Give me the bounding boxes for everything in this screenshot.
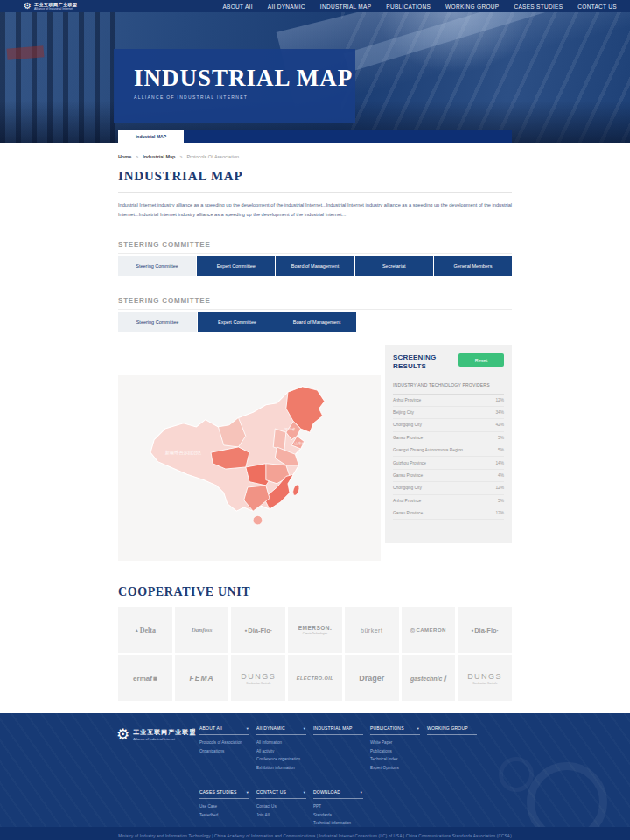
nav-item-publications[interactable]: PUBLICATIONS <box>386 4 430 10</box>
logo-text: Delta <box>140 626 156 634</box>
square-icon: ▦ <box>153 676 158 681</box>
footer-link-conference[interactable]: Conference organization <box>256 757 306 761</box>
reset-button[interactable]: Reset <box>458 354 504 367</box>
footer-col-header[interactable]: INDUSTRIAL MAP <box>313 725 363 735</box>
province-name: Gansu Province <box>393 473 423 478</box>
footer-link-expert-opinions[interactable]: Expert Opinions <box>370 766 420 770</box>
footer-link-organizations[interactable]: Organizations <box>200 749 249 753</box>
hero-tab-row: Industrial MAP <box>118 130 512 143</box>
footer-columns-row2: CASES STUDIES ▼ Use Case Testedbed CONTA… <box>200 789 363 825</box>
committee-tabs-secondary: Steering Committee Expert Committee Boar… <box>118 312 512 332</box>
chevron-down-icon: ▼ <box>246 790 249 794</box>
footer-link-white-paper[interactable]: White Paper <box>370 740 420 745</box>
partner-logo-gastechnic[interactable]: gastechnic∥ <box>402 655 456 701</box>
footer-col-title: ABOUT AII <box>200 725 222 731</box>
tab-steering-committee[interactable]: Steering Committee <box>118 256 196 276</box>
partner-logo-dia-flo[interactable]: ●Dia-Flo· <box>231 607 285 653</box>
province-name: Chongqing City <box>393 486 422 490</box>
breadcrumb-industrial-map[interactable]: Industrial Map <box>143 154 175 159</box>
logo-text: FEMA <box>190 674 214 682</box>
partner-logo-dungs-2[interactable]: DUNGS Combustion Controls <box>458 655 512 701</box>
partner-logo-ermaf[interactable]: ermaf▦ <box>118 655 172 701</box>
footer-col-header[interactable]: WORKING GROUP <box>427 725 477 735</box>
footer-link-all-activity[interactable]: All activity <box>256 749 306 753</box>
breadcrumb-home[interactable]: Home <box>118 154 131 159</box>
footer-link-ppt[interactable]: PPT <box>313 804 363 808</box>
logo-text: bürkert <box>360 627 382 634</box>
footer-col-header[interactable]: DOWNLOAD ▼ <box>313 789 363 799</box>
footer-link-join-aii[interactable]: Join AII <box>256 813 306 817</box>
tab-board-of-management[interactable]: Board of Management <box>276 256 354 276</box>
partner-logo-dungs[interactable]: DUNGS Combustion Controls <box>231 655 285 701</box>
logo-text: gastechnic <box>410 676 443 682</box>
chevron-down-icon: ▼ <box>303 790 306 794</box>
nav-menu: ABOUT AII AII DYNAMIC INDUSTRIAL MAP PUB… <box>222 4 617 10</box>
partner-logo-cameron[interactable]: ⒸCAMERON <box>402 607 456 653</box>
footer-col-header[interactable]: ABOUT AII ▼ <box>200 725 249 735</box>
footer-link-exhibition[interactable]: Exhibition information <box>256 766 306 770</box>
footer-col-header[interactable]: CONTACT US ▼ <box>256 789 306 799</box>
nav-item-contact-us[interactable]: CONTACT US <box>578 4 617 10</box>
screening-row[interactable]: Guizhou Province 14% <box>393 457 504 469</box>
footer-link-standards[interactable]: Standards <box>313 813 363 817</box>
tab-general-members[interactable]: General Members <box>434 256 512 276</box>
copyright-text: Ministry of Industry and Information Tec… <box>118 834 512 838</box>
footer-link-contact-us[interactable]: Contact Us <box>256 804 306 808</box>
footer-col-header[interactable]: AII DYNAMIC ▼ <box>256 725 306 735</box>
screening-row[interactable]: Chongqing City 42% <box>393 419 504 431</box>
partner-logo-dia-flo-2[interactable]: ●Dia-Flo· <box>458 607 512 653</box>
nav-item-cases-studies[interactable]: CASES STUDIES <box>514 4 563 10</box>
footer-link-use-case[interactable]: Use Case <box>200 804 249 808</box>
footer-col-title: PUBLICATIONS <box>370 725 404 731</box>
logo-subtext: Combustion Controls <box>472 682 497 685</box>
footer-col-header[interactable]: PUBLICATIONS ▼ <box>370 725 420 735</box>
tab-steering-committee-2[interactable]: Steering Committee <box>118 312 197 332</box>
screening-row[interactable]: Gansu Province 4% <box>393 470 504 482</box>
tab-expert-committee[interactable]: Expert Committee <box>197 256 275 276</box>
footer-logo[interactable]: ⚙ 工业互联网产业联盟 Alliance of Industrial Inter… <box>116 727 196 742</box>
partner-logo-burkert[interactable]: bürkert <box>345 607 399 653</box>
tab-secretariat[interactable]: Secretariat <box>355 256 433 276</box>
site-logo[interactable]: ⚙ 工业互联网产业联盟 Alliance of Industrial Inter… <box>24 2 77 10</box>
breadcrumb-separator: > <box>136 154 138 159</box>
partner-logo-fema[interactable]: FEMA <box>175 655 229 701</box>
screening-row[interactable]: Gansu Province 12% <box>393 508 504 520</box>
tab-expert-committee-2[interactable]: Expert Committee <box>198 312 276 332</box>
footer-link-all-information[interactable]: All information <box>256 740 306 745</box>
nav-item-aii-dynamic[interactable]: AII DYNAMIC <box>268 4 305 10</box>
logo-text: DUNGS <box>467 672 502 681</box>
footer-link-testedbed[interactable]: Testedbed <box>200 813 249 817</box>
committee-tabs-primary: Steering Committee Expert Committee Boar… <box>118 256 512 276</box>
tab-board-of-management-2[interactable]: Board of Management <box>277 312 356 332</box>
partner-logo-electro-oil[interactable]: ELECTRO.OIL <box>288 655 342 701</box>
footer-col-header[interactable]: CASES STUDIES ▼ <box>200 789 249 799</box>
nav-item-industrial-map[interactable]: INDUSTRIAL MAP <box>320 4 372 10</box>
breadcrumb-separator: > <box>179 154 182 159</box>
hero-tab-bar <box>184 130 512 143</box>
screening-row[interactable]: Anhui Province 5% <box>393 495 504 508</box>
footer-link-technical-index[interactable]: Technical Index <box>370 757 420 761</box>
gear-logo-icon: ⚙ <box>116 727 130 742</box>
screening-row[interactable]: Beijing City 34% <box>393 407 504 419</box>
logo-subtext: Climate Technologies <box>303 632 327 635</box>
partner-logo-drager[interactable]: Dräger <box>345 655 399 701</box>
nav-item-working-group[interactable]: WORKING GROUP <box>445 4 499 10</box>
partner-logo-emerson[interactable]: EMERSON. Climate Technologies <box>288 607 342 653</box>
footer-link-protocols[interactable]: Protocols of Association <box>200 740 249 745</box>
screening-row[interactable]: Chongqing City 12% <box>393 482 504 494</box>
partner-logo-delta[interactable]: ▲Delta <box>118 607 172 653</box>
circle-c-icon: Ⓒ <box>410 627 416 633</box>
china-map[interactable]: 新疆维吾尔自治区 河北省 山东省 <box>118 375 381 561</box>
screening-row[interactable]: Gansu Province 5% <box>393 432 504 444</box>
screening-row[interactable]: Guangxi Zhuang Autonomous Region 5% <box>393 444 504 457</box>
hero-tab-industrial-map[interactable]: Industrial MAP <box>118 130 184 143</box>
partner-logo-danfoss[interactable]: Danfoss <box>175 607 229 653</box>
dot-icon: ● <box>244 627 247 633</box>
footer-link-technical-information[interactable]: Technical information <box>313 821 363 825</box>
logo-subtext: Combustion Controls <box>246 682 270 685</box>
province-value: 12% <box>495 398 504 402</box>
province-value: 5% <box>498 448 504 452</box>
footer-link-publications[interactable]: Publications <box>370 749 420 753</box>
nav-item-about-aii[interactable]: ABOUT AII <box>222 4 252 10</box>
screening-row[interactable]: Anhui Province 12% <box>393 395 504 407</box>
